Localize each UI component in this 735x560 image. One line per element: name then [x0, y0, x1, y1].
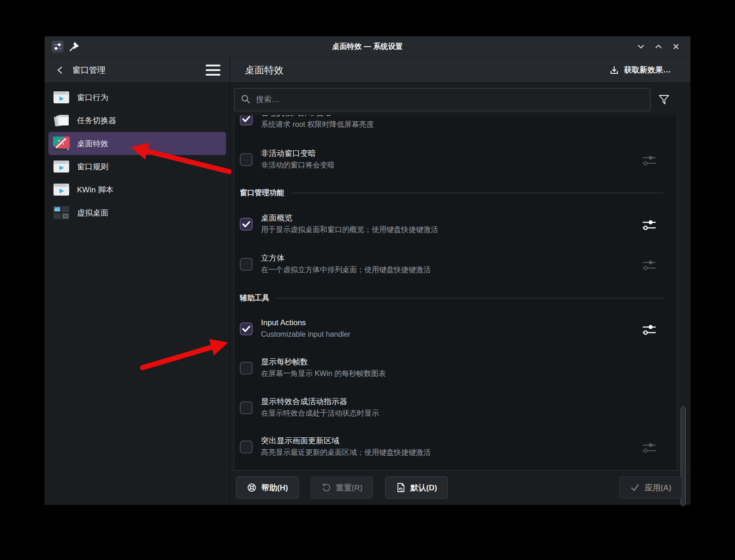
- configure-effect-button[interactable]: [642, 323, 657, 337]
- sidebar-item-virtual-desktops[interactable]: 虚拟桌面: [48, 201, 226, 224]
- effect-row: 突出显示画面更新区域 高亮显示最近更新的桌面区域；使用键盘快捷键激活: [240, 435, 655, 458]
- configure-effect-button[interactable]: [642, 218, 657, 232]
- help-label: 帮助(H): [261, 483, 288, 493]
- reset-button: 重置(R): [311, 477, 373, 499]
- effect-subtitle: Customizable input handler: [261, 328, 350, 340]
- checkbox-overview[interactable]: [240, 218, 253, 231]
- sidebar-item-label: KWin 脚本: [77, 185, 113, 195]
- sidebar-item-label: 桌面特效: [77, 138, 108, 149]
- effect-subtitle: 用于显示虚拟桌面和窗口的概览；使用键盘快捷键激活: [261, 224, 438, 235]
- sidebar-item-window-behavior[interactable]: 窗口行为: [48, 86, 226, 109]
- settings-window: 桌面特效 — 系统设置: [44, 36, 691, 505]
- search-input[interactable]: [234, 88, 651, 111]
- filter-button[interactable]: [658, 93, 670, 106]
- effect-title: 显示特效合成活动指示器: [261, 396, 379, 407]
- effect-subtitle: 非活动的窗口将会变暗: [261, 159, 335, 171]
- checkbox-show-fps[interactable]: [240, 362, 253, 375]
- maximize-button[interactable]: [654, 42, 663, 51]
- checkbox-dim-admin-mode[interactable]: [240, 115, 253, 125]
- defaults-button[interactable]: 默认(D): [385, 477, 448, 499]
- window-title: 桌面特效 — 系统设置: [45, 36, 690, 57]
- minimize-button[interactable]: [637, 42, 645, 51]
- effect-title: 显示每秒帧数: [261, 356, 386, 368]
- content-pane: 管理员模式屏幕变暗 系统请求 root 权限时降低屏幕亮度 非活动窗口变暗 非活…: [231, 83, 690, 505]
- lifebuoy-icon: [247, 483, 257, 493]
- sidebar-item-window-rules[interactable]: 窗口规则: [48, 155, 226, 178]
- apply-label: 应用(A): [645, 483, 671, 493]
- effect-title: 突出显示画面更新区域: [261, 435, 431, 447]
- content-header: 桌面特效 获取新效果…: [230, 57, 690, 83]
- effect-subtitle: 系统请求 root 权限时降低屏幕亮度: [261, 119, 373, 130]
- window-rules-icon: [53, 160, 70, 173]
- window-controls: [637, 36, 680, 57]
- effect-subtitle: 高亮显示最近更新的桌面区域；使用键盘快捷键激活: [261, 447, 431, 458]
- checkbox-compositing-indicator[interactable]: [240, 401, 253, 414]
- hamburger-icon[interactable]: [206, 65, 220, 76]
- sidebar: 窗口行为 任务切换器: [45, 83, 230, 505]
- section-divider: [277, 298, 663, 298]
- document-revert-icon: [396, 483, 406, 493]
- effect-subtitle: 在屏幕一角显示 KWin 的每秒帧数图表: [261, 368, 386, 379]
- section-header: 窗口管理功能: [240, 188, 663, 198]
- get-new-effects-button[interactable]: 获取新效果…: [609, 65, 671, 75]
- section-header: 辅助工具: [240, 293, 663, 303]
- effect-row: 管理员模式屏幕变暗 系统请求 root 权限时降低屏幕亮度: [240, 115, 655, 130]
- section-divider: [291, 193, 663, 193]
- page-title: 桌面特效: [245, 64, 284, 77]
- sidebar-item-label: 窗口规则: [77, 161, 108, 172]
- kwin-scripts-icon: [53, 183, 70, 197]
- sidebar-item-desktop-effects[interactable]: 桌面特效: [48, 132, 226, 155]
- close-x-icon: [672, 42, 680, 51]
- effects-list: 管理员模式屏幕变暗 系统请求 root 权限时降低屏幕亮度 非活动窗口变暗 非活…: [234, 115, 677, 470]
- effect-subtitle: 在一个虚拟立方体中排列桌面；使用键盘快捷键激活: [261, 264, 431, 275]
- download-icon: [609, 65, 619, 75]
- effect-title: 非活动窗口变暗: [261, 148, 335, 159]
- configure-effect-button[interactable]: [642, 258, 657, 272]
- apply-button: 应用(A): [619, 477, 682, 499]
- effect-title: Input Actions: [261, 317, 350, 328]
- checkbox-input-actions[interactable]: [240, 322, 253, 335]
- effect-row: 非活动窗口变暗 非活动的窗口将会变暗: [240, 148, 655, 171]
- task-switcher-icon: [53, 113, 70, 127]
- virtual-desktops-icon: [53, 206, 70, 220]
- checkmark-icon: [630, 483, 640, 493]
- sidebar-item-task-switcher[interactable]: 任务切换器: [48, 109, 226, 132]
- effect-title: 桌面概览: [261, 212, 438, 224]
- close-button[interactable]: [672, 42, 680, 51]
- effect-subtitle: 在显示特效合成处于活动状态时显示: [261, 407, 379, 419]
- sidebar-item-label: 虚拟桌面: [77, 208, 108, 218]
- sidebar-item-kwin-scripts[interactable]: KWin 脚本: [48, 178, 226, 201]
- header-row: 窗口管理 桌面特效 获取新效果…: [45, 57, 690, 83]
- chevron-left-icon: [56, 66, 65, 75]
- help-button[interactable]: 帮助(H): [236, 477, 299, 499]
- checkbox-highlight-updates[interactable]: [240, 441, 253, 453]
- sidebar-item-label: 任务切换器: [77, 115, 116, 126]
- configure-effect-button[interactable]: [642, 154, 657, 167]
- window-behavior-icon: [53, 90, 70, 104]
- checkbox-cube[interactable]: [240, 258, 253, 271]
- effect-row: Input Actions Customizable input handler: [240, 317, 655, 340]
- footer: 帮助(H) 重置(R) 默认(D): [231, 471, 690, 505]
- defaults-label: 默认(D): [410, 483, 437, 493]
- desktop-effects-icon: [53, 137, 70, 150]
- section-label: 窗口管理功能: [240, 188, 284, 198]
- effect-title: 立方体: [261, 252, 431, 264]
- sidebar-item-label: 窗口行为: [77, 92, 108, 103]
- sidebar-header: 窗口管理: [45, 57, 230, 83]
- effect-row: 显示每秒帧数 在屏幕一角显示 KWin 的每秒帧数图表: [240, 356, 655, 379]
- undo-icon: [321, 483, 332, 493]
- effect-title: 管理员模式屏幕变暗: [261, 115, 373, 119]
- checkbox-dim-inactive[interactable]: [240, 153, 253, 166]
- effect-row: 显示特效合成活动指示器 在显示特效合成处于活动状态时显示: [240, 396, 655, 419]
- titlebar[interactable]: 桌面特效 — 系统设置: [45, 36, 690, 57]
- configure-effect-button[interactable]: [642, 441, 657, 455]
- breadcrumb: 窗口管理: [72, 65, 106, 76]
- funnel-icon: [658, 93, 670, 106]
- get-new-effects-label: 获取新效果…: [624, 65, 671, 75]
- section-label: 辅助工具: [240, 293, 269, 303]
- back-button[interactable]: [56, 66, 65, 75]
- chevron-up-icon: [654, 42, 663, 51]
- effect-row: 立方体 在一个虚拟立方体中排列桌面；使用键盘快捷键激活: [240, 252, 655, 275]
- effect-row: 桌面概览 用于显示虚拟桌面和窗口的概览；使用键盘快捷键激活: [240, 212, 655, 235]
- reset-label: 重置(R): [336, 483, 363, 493]
